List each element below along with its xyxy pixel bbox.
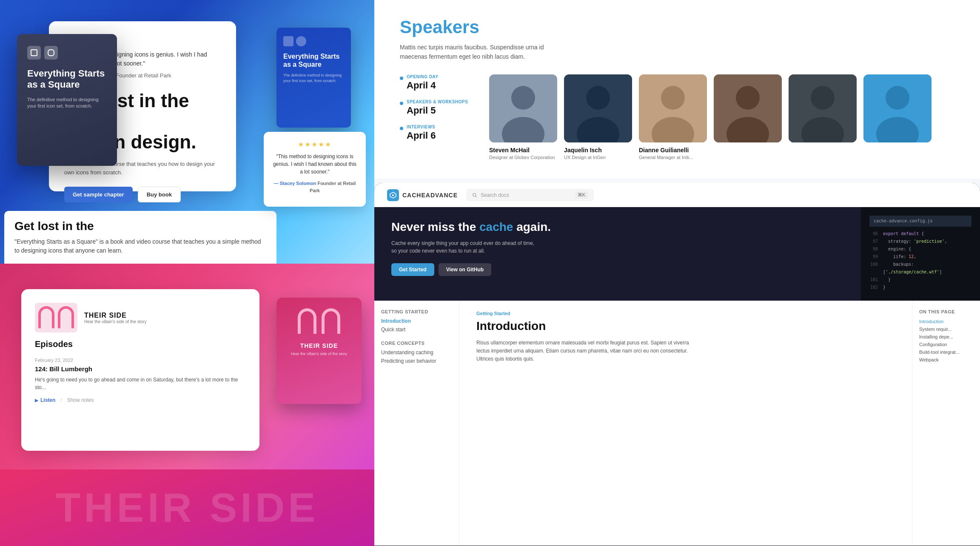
- svg-point-12: [736, 86, 760, 110]
- speaker-photo-6: [863, 74, 932, 142]
- right-sidebar-item-config[interactable]: Configuration: [919, 341, 973, 348]
- cache-docs: Getting started Introduction Quick start…: [374, 301, 980, 546]
- cache-btn-row: Get Started View on GitHub: [391, 263, 844, 276]
- book-card-main: Everything Starts as a Square The defini…: [17, 34, 117, 166]
- get-lost-heading: Get lost in the: [14, 219, 266, 233]
- speaker-photo-5: [789, 74, 857, 142]
- right-panel: Speakers Mattis nec turpis mauris faucib…: [374, 0, 980, 546]
- speakers-grid: Steven McHail Designer at Globex Corpora…: [489, 74, 954, 160]
- sidebar-section-core: Core concepts Understanding caching Pred…: [381, 341, 452, 365]
- speaker-card-1: Steven McHail Designer at Globex Corpora…: [489, 74, 557, 160]
- sample-chapter-button[interactable]: Get sample chapter: [64, 187, 133, 202]
- sidebar-section-getting-started: Getting started Introduction Quick start: [381, 309, 452, 334]
- docs-main-heading: Introduction: [476, 319, 895, 333]
- cache-docs-sidebar: Getting started Introduction Quick start…: [374, 301, 459, 546]
- book-btn-row: Get sample chapter Buy book: [64, 187, 221, 202]
- episode-controls: Listen / Show notes: [35, 397, 246, 403]
- small-podcast-title: THEIR SIDE: [300, 342, 338, 349]
- speaker-photo-3: [639, 74, 707, 142]
- speaker-card-6: [863, 74, 932, 160]
- cache-logo-icon: [387, 189, 399, 201]
- podcast-card-main: THEIR SIDE Hear the villain's side of th…: [21, 289, 259, 451]
- sidebar-item-predicting[interactable]: Predicting user behavior: [381, 357, 452, 365]
- sidebar-item-caching[interactable]: Understanding caching: [381, 348, 452, 357]
- svg-point-3: [511, 86, 535, 110]
- right-sidebar-item-installing[interactable]: Installing depe...: [919, 333, 973, 341]
- schedule-item-3[interactable]: Interviews April 6: [400, 125, 476, 141]
- their-side-small-icon: [296, 306, 342, 338]
- schedule-item-1[interactable]: Opening Day April 4: [400, 74, 476, 91]
- cache-logo-text: CACHEADVANCE: [402, 192, 458, 199]
- svg-point-15: [811, 86, 835, 110]
- svg-rect-1: [48, 50, 54, 56]
- right-sidebar-item-introduction[interactable]: Introduction: [919, 318, 973, 325]
- their-side-tagline: Hear the villain's side of the story: [84, 319, 146, 324]
- book-card-small: Everything Starts as a Square The defini…: [276, 28, 351, 128]
- floating-review-text: "This method to designing icons is geniu…: [272, 153, 357, 176]
- cache-main-content: Getting Started Introduction Risus ullam…: [459, 301, 912, 546]
- small-card-desc: The definitive method to designing your …: [283, 73, 344, 83]
- rounded-square-icon: [44, 46, 58, 60]
- search-icon: [472, 193, 477, 198]
- floating-review-author: — Stacey Solomon Founder at Retail Park: [272, 180, 357, 194]
- get-started-button[interactable]: Get Started: [391, 263, 434, 276]
- sidebar-item-introduction[interactable]: Introduction: [381, 317, 452, 325]
- speaker-photo-1: [489, 74, 557, 142]
- book-bottom-text: "Everything Starts as a Square" is a boo…: [14, 237, 266, 255]
- right-sidebar-item-webpack[interactable]: Webpack: [919, 356, 973, 364]
- schedule-label-3: Interviews: [407, 125, 476, 129]
- svg-point-9: [661, 86, 685, 110]
- speakers-section: Speakers Mattis nec turpis mauris faucib…: [374, 0, 980, 179]
- speakers-layout: Opening Day April 4 Speakers & Workshops…: [400, 74, 954, 160]
- small-circle-icon: [296, 36, 306, 46]
- speakers-title: Speakers: [400, 17, 954, 37]
- speaker-role-2: UX Design at InGen: [564, 155, 632, 160]
- buy-book-button[interactable]: Buy book: [138, 187, 181, 202]
- speaker-name-3: Dianne Guilianelli: [639, 147, 707, 154]
- headline-highlight: cache: [479, 220, 513, 233]
- search-placeholder: Search docs: [481, 192, 509, 198]
- floating-stars: ★★★★★: [272, 140, 357, 148]
- their-side-bottom: theiR SIDE: [0, 469, 374, 546]
- headline-1: Never miss the: [391, 220, 476, 233]
- square-icon: [27, 46, 41, 60]
- their-side-bg-text: theiR SIDE: [56, 484, 319, 531]
- speaker-card-3: Dianne Guilianelli General Manager at In…: [639, 74, 707, 160]
- cache-right-sidebar: On this page Introduction System requir.…: [912, 301, 980, 546]
- listen-button[interactable]: Listen: [35, 397, 55, 403]
- podcast-card-small: THEIR SIDE Hear the villain's side of th…: [276, 298, 362, 404]
- cache-search-bar[interactable]: Search docs ⌘K: [466, 189, 594, 201]
- speaker-role-3: General Manager at Inib...: [639, 155, 707, 160]
- small-card-title: Everything Starts as a Square: [283, 52, 344, 68]
- speaker-role-1: Designer at Globex Corporation: [489, 155, 557, 160]
- sidebar-heading-2: Core concepts: [381, 341, 452, 346]
- cache-logo: CACHEADVANCE: [387, 189, 458, 201]
- episode-description: He's going to need you to go ahead and c…: [35, 376, 246, 391]
- right-sidebar-item-build[interactable]: Build-tool integrat...: [919, 348, 973, 356]
- cache-hero: Never miss the cache again. Cache every …: [374, 207, 980, 301]
- speaker-name-2: Jaquelin Isch: [564, 147, 632, 154]
- cache-section: CACHEADVANCE Search docs ⌘K Never miss t…: [374, 183, 980, 546]
- view-on-github-button[interactable]: View on GitHub: [439, 263, 491, 276]
- schedule-date-2: April 5: [407, 105, 476, 116]
- episodes-heading: Episodes: [35, 339, 246, 349]
- cache-nav: CACHEADVANCE Search docs ⌘K: [374, 183, 980, 207]
- breadcrumb-getting-started: Getting Started: [476, 311, 895, 316]
- right-sidebar-heading: On this page: [919, 309, 973, 314]
- headline-2: again.: [516, 220, 551, 233]
- sidebar-heading-1: Getting started: [381, 309, 452, 314]
- schedule-label-2: Speakers & Workshops: [407, 100, 476, 104]
- book-main-title: Everything Starts as a Square: [27, 68, 107, 91]
- show-notes-link[interactable]: Show notes: [67, 397, 94, 403]
- schedule-item-2[interactable]: Speakers & Workshops April 5: [400, 100, 476, 116]
- speakers-description: Mattis nec turpis mauris faucibus. Suspe…: [400, 43, 570, 62]
- speaker-card-4: [714, 74, 782, 160]
- sidebar-item-quick-start[interactable]: Quick start: [381, 325, 452, 334]
- speaker-name-1: Steven McHail: [489, 147, 557, 154]
- right-sidebar-item-system[interactable]: System requir...: [919, 325, 973, 333]
- left-panel: Everything Starts as a Square The defini…: [0, 0, 374, 546]
- svg-point-18: [886, 86, 909, 110]
- schedule-date-1: April 4: [407, 80, 476, 91]
- get-lost-section: Get lost in the "Everything Starts as a …: [4, 211, 276, 264]
- book-section: Everything Starts as a Square The defini…: [0, 0, 374, 264]
